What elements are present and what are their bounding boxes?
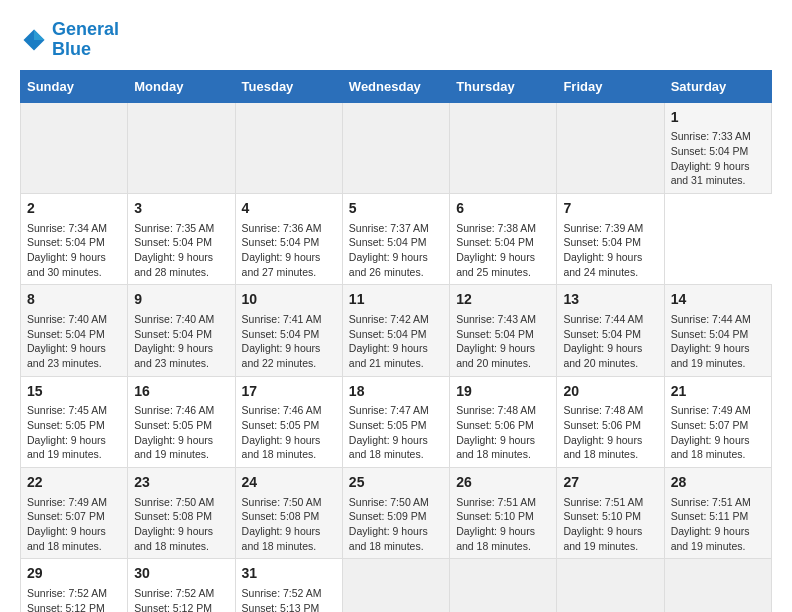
calendar-cell: 7Sunrise: 7:39 AMSunset: 5:04 PMDaylight… <box>557 193 664 284</box>
day-info: Sunrise: 7:36 AMSunset: 5:04 PMDaylight:… <box>242 221 336 280</box>
logo: General Blue <box>20 20 119 60</box>
day-number: 20 <box>563 382 657 402</box>
day-number: 16 <box>134 382 228 402</box>
header-tuesday: Tuesday <box>235 70 342 102</box>
day-number: 9 <box>134 290 228 310</box>
calendar-cell: 21Sunrise: 7:49 AMSunset: 5:07 PMDayligh… <box>664 376 771 467</box>
day-number: 11 <box>349 290 443 310</box>
calendar-cell: 17Sunrise: 7:46 AMSunset: 5:05 PMDayligh… <box>235 376 342 467</box>
day-number: 28 <box>671 473 765 493</box>
day-info: Sunrise: 7:44 AMSunset: 5:04 PMDaylight:… <box>563 312 657 371</box>
calendar-cell: 8Sunrise: 7:40 AMSunset: 5:04 PMDaylight… <box>21 285 128 376</box>
calendar-cell <box>342 559 449 612</box>
day-number: 26 <box>456 473 550 493</box>
calendar-cell: 20Sunrise: 7:48 AMSunset: 5:06 PMDayligh… <box>557 376 664 467</box>
day-info: Sunrise: 7:46 AMSunset: 5:05 PMDaylight:… <box>134 403 228 462</box>
calendar-cell <box>450 559 557 612</box>
day-number: 10 <box>242 290 336 310</box>
calendar-cell: 16Sunrise: 7:46 AMSunset: 5:05 PMDayligh… <box>128 376 235 467</box>
day-number: 23 <box>134 473 228 493</box>
calendar-cell: 9Sunrise: 7:40 AMSunset: 5:04 PMDaylight… <box>128 285 235 376</box>
day-info: Sunrise: 7:46 AMSunset: 5:05 PMDaylight:… <box>242 403 336 462</box>
calendar-cell: 30Sunrise: 7:52 AMSunset: 5:12 PMDayligh… <box>128 559 235 612</box>
day-info: Sunrise: 7:35 AMSunset: 5:04 PMDaylight:… <box>134 221 228 280</box>
calendar-cell: 29Sunrise: 7:52 AMSunset: 5:12 PMDayligh… <box>21 559 128 612</box>
day-info: Sunrise: 7:52 AMSunset: 5:12 PMDaylight:… <box>27 586 121 612</box>
day-info: Sunrise: 7:44 AMSunset: 5:04 PMDaylight:… <box>671 312 765 371</box>
calendar-cell: 1Sunrise: 7:33 AMSunset: 5:04 PMDaylight… <box>664 102 771 193</box>
header-monday: Monday <box>128 70 235 102</box>
calendar-week-row: 15Sunrise: 7:45 AMSunset: 5:05 PMDayligh… <box>21 376 772 467</box>
calendar-week-row: 8Sunrise: 7:40 AMSunset: 5:04 PMDaylight… <box>21 285 772 376</box>
day-number: 25 <box>349 473 443 493</box>
calendar-cell: 28Sunrise: 7:51 AMSunset: 5:11 PMDayligh… <box>664 467 771 558</box>
day-number: 6 <box>456 199 550 219</box>
day-info: Sunrise: 7:52 AMSunset: 5:12 PMDaylight:… <box>134 586 228 612</box>
day-number: 12 <box>456 290 550 310</box>
day-number: 13 <box>563 290 657 310</box>
day-info: Sunrise: 7:40 AMSunset: 5:04 PMDaylight:… <box>134 312 228 371</box>
day-number: 14 <box>671 290 765 310</box>
day-info: Sunrise: 7:38 AMSunset: 5:04 PMDaylight:… <box>456 221 550 280</box>
day-number: 5 <box>349 199 443 219</box>
day-number: 17 <box>242 382 336 402</box>
header-wednesday: Wednesday <box>342 70 449 102</box>
day-number: 21 <box>671 382 765 402</box>
calendar-cell: 24Sunrise: 7:50 AMSunset: 5:08 PMDayligh… <box>235 467 342 558</box>
day-number: 19 <box>456 382 550 402</box>
day-info: Sunrise: 7:47 AMSunset: 5:05 PMDaylight:… <box>349 403 443 462</box>
calendar-cell: 19Sunrise: 7:48 AMSunset: 5:06 PMDayligh… <box>450 376 557 467</box>
calendar-cell <box>235 102 342 193</box>
day-number: 24 <box>242 473 336 493</box>
day-info: Sunrise: 7:51 AMSunset: 5:10 PMDaylight:… <box>456 495 550 554</box>
calendar-week-row: 22Sunrise: 7:49 AMSunset: 5:07 PMDayligh… <box>21 467 772 558</box>
day-info: Sunrise: 7:39 AMSunset: 5:04 PMDaylight:… <box>563 221 657 280</box>
calendar-cell <box>557 102 664 193</box>
calendar-cell: 18Sunrise: 7:47 AMSunset: 5:05 PMDayligh… <box>342 376 449 467</box>
day-number: 31 <box>242 564 336 584</box>
day-info: Sunrise: 7:48 AMSunset: 5:06 PMDaylight:… <box>563 403 657 462</box>
day-number: 8 <box>27 290 121 310</box>
logo-icon <box>20 26 48 54</box>
calendar-cell: 3Sunrise: 7:35 AMSunset: 5:04 PMDaylight… <box>128 193 235 284</box>
page-header: General Blue <box>20 20 772 60</box>
calendar-cell: 26Sunrise: 7:51 AMSunset: 5:10 PMDayligh… <box>450 467 557 558</box>
calendar-cell: 23Sunrise: 7:50 AMSunset: 5:08 PMDayligh… <box>128 467 235 558</box>
calendar-cell: 13Sunrise: 7:44 AMSunset: 5:04 PMDayligh… <box>557 285 664 376</box>
calendar-header-row: SundayMondayTuesdayWednesdayThursdayFrid… <box>21 70 772 102</box>
calendar-cell: 11Sunrise: 7:42 AMSunset: 5:04 PMDayligh… <box>342 285 449 376</box>
day-info: Sunrise: 7:50 AMSunset: 5:08 PMDaylight:… <box>242 495 336 554</box>
calendar-cell: 2Sunrise: 7:34 AMSunset: 5:04 PMDaylight… <box>21 193 128 284</box>
day-number: 4 <box>242 199 336 219</box>
day-info: Sunrise: 7:48 AMSunset: 5:06 PMDaylight:… <box>456 403 550 462</box>
day-info: Sunrise: 7:49 AMSunset: 5:07 PMDaylight:… <box>671 403 765 462</box>
calendar-week-row: 2Sunrise: 7:34 AMSunset: 5:04 PMDaylight… <box>21 193 772 284</box>
day-number: 18 <box>349 382 443 402</box>
calendar-cell: 14Sunrise: 7:44 AMSunset: 5:04 PMDayligh… <box>664 285 771 376</box>
header-thursday: Thursday <box>450 70 557 102</box>
day-info: Sunrise: 7:51 AMSunset: 5:10 PMDaylight:… <box>563 495 657 554</box>
day-info: Sunrise: 7:37 AMSunset: 5:04 PMDaylight:… <box>349 221 443 280</box>
day-info: Sunrise: 7:51 AMSunset: 5:11 PMDaylight:… <box>671 495 765 554</box>
header-friday: Friday <box>557 70 664 102</box>
calendar-cell: 6Sunrise: 7:38 AMSunset: 5:04 PMDaylight… <box>450 193 557 284</box>
day-number: 1 <box>671 108 765 128</box>
calendar-cell <box>21 102 128 193</box>
calendar-cell: 25Sunrise: 7:50 AMSunset: 5:09 PMDayligh… <box>342 467 449 558</box>
day-number: 7 <box>563 199 657 219</box>
calendar-cell: 12Sunrise: 7:43 AMSunset: 5:04 PMDayligh… <box>450 285 557 376</box>
day-info: Sunrise: 7:40 AMSunset: 5:04 PMDaylight:… <box>27 312 121 371</box>
calendar-cell: 27Sunrise: 7:51 AMSunset: 5:10 PMDayligh… <box>557 467 664 558</box>
header-saturday: Saturday <box>664 70 771 102</box>
calendar-week-row: 29Sunrise: 7:52 AMSunset: 5:12 PMDayligh… <box>21 559 772 612</box>
day-info: Sunrise: 7:45 AMSunset: 5:05 PMDaylight:… <box>27 403 121 462</box>
logo-text: General Blue <box>52 20 119 60</box>
calendar-week-row: 1Sunrise: 7:33 AMSunset: 5:04 PMDaylight… <box>21 102 772 193</box>
svg-marker-1 <box>34 29 45 40</box>
day-info: Sunrise: 7:50 AMSunset: 5:09 PMDaylight:… <box>349 495 443 554</box>
day-info: Sunrise: 7:42 AMSunset: 5:04 PMDaylight:… <box>349 312 443 371</box>
calendar-table: SundayMondayTuesdayWednesdayThursdayFrid… <box>20 70 772 612</box>
calendar-cell: 22Sunrise: 7:49 AMSunset: 5:07 PMDayligh… <box>21 467 128 558</box>
day-info: Sunrise: 7:33 AMSunset: 5:04 PMDaylight:… <box>671 129 765 188</box>
day-number: 2 <box>27 199 121 219</box>
